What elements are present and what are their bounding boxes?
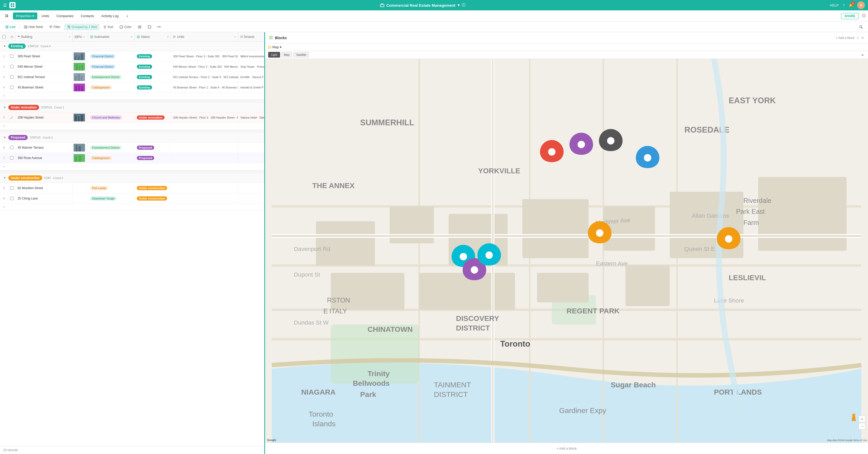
help-label[interactable]: HELP: [830, 3, 839, 7]
group-existing-toggle[interactable]: ▼: [3, 45, 6, 48]
row-check-2[interactable]: [8, 61, 16, 72]
group-renovation-toggle[interactable]: ▼: [3, 106, 6, 109]
table-row[interactable]: 3 921 Iceboat Terrace Entertainment Dist…: [0, 72, 264, 82]
svg-rect-31: [75, 55, 76, 56]
row-checkbox-6[interactable]: [10, 146, 13, 149]
table-row[interactable]: 1 300 Pearl Street Financial District Ex…: [0, 51, 264, 61]
search-btn[interactable]: [857, 24, 865, 30]
color-btn[interactable]: Color: [117, 24, 134, 30]
more-btn[interactable]: •••: [155, 24, 163, 30]
add-row-renovation[interactable]: +: [0, 123, 264, 130]
table-row[interactable]: 7 350 Rose Avenue Cabbagetown Proposed: [0, 153, 264, 163]
header-pic[interactable]: Pic ▾: [72, 32, 88, 41]
list-view-btn[interactable]: List: [3, 24, 18, 30]
hide-fields-btn[interactable]: Hide fields: [22, 24, 45, 30]
row-check-1[interactable]: [8, 51, 16, 61]
add-row-existing[interactable]: +: [0, 93, 264, 100]
table-row[interactable]: 4 45 Bowman Street Cabbagetown Existing …: [0, 82, 264, 93]
row-check-7[interactable]: [8, 153, 16, 163]
add-block-footer-btn[interactable]: + Add a block: [265, 443, 868, 454]
row-checkbox-3[interactable]: [10, 75, 13, 79]
row-building-9[interactable]: 25 Ching Lane: [16, 193, 72, 203]
row-height-btn[interactable]: [136, 24, 144, 30]
expand-blocks-btn[interactable]: ⤢: [857, 36, 859, 40]
table-row[interactable]: 8 82 Munition Street Port Lands Under co…: [0, 183, 264, 193]
row-building-1[interactable]: 300 Pearl Street: [16, 51, 72, 61]
map-pin-5[interactable]: [588, 221, 612, 243]
row-building-2[interactable]: 540 Mercer Street: [16, 61, 72, 72]
header-submarket[interactable]: Submarket ▾: [88, 32, 135, 41]
map-pin-1[interactable]: [540, 140, 563, 162]
row-check-6[interactable]: [8, 142, 16, 152]
map-view-satellite[interactable]: Satellite: [293, 52, 309, 58]
map-pin-9[interactable]: [717, 227, 741, 249]
group-proposed-toggle[interactable]: ▼: [3, 136, 6, 139]
row-building-3[interactable]: 921 Iceboat Terrace: [16, 72, 72, 82]
row-building-8[interactable]: 82 Munition Street: [16, 183, 72, 193]
nav-companies[interactable]: Companies: [53, 12, 77, 20]
row-checkbox-4[interactable]: [10, 86, 13, 89]
row-checkbox-7[interactable]: [10, 156, 13, 160]
notifications[interactable]: 🔔 11: [849, 3, 853, 7]
app-title-arrow[interactable]: ▾: [458, 3, 460, 7]
map-view-light[interactable]: Light: [268, 52, 280, 58]
info-icon[interactable]: ⓘ: [462, 3, 465, 7]
nav-toggle[interactable]: [2, 13, 12, 20]
map-view-map[interactable]: Map: [281, 52, 292, 58]
map-area[interactable]: EAST YORK SUMMERHILL ROSEDALE THE ANNEX …: [265, 59, 868, 443]
group-btn[interactable]: Grouped by 1 field: [64, 24, 99, 30]
map-collapse-btn[interactable]: ◀: [860, 52, 865, 57]
share-button[interactable]: SHARE: [841, 13, 859, 19]
row-building-5[interactable]: 208 Hayden Street: [16, 112, 72, 122]
table-footer: 10 records: [0, 446, 264, 454]
row-checkbox-1[interactable]: [10, 55, 13, 58]
group-construction-toggle[interactable]: ▼: [3, 176, 6, 180]
table-row[interactable]: 2 540 Mercer Street Financial District E…: [0, 61, 264, 72]
zoom-in-btn[interactable]: +: [859, 416, 865, 422]
row-check-4[interactable]: [8, 82, 16, 92]
nav-units[interactable]: Units: [38, 12, 52, 20]
header-checkbox[interactable]: [0, 32, 8, 41]
row-building-6[interactable]: 45 Mariner Terrace: [16, 142, 72, 152]
history-icon[interactable]: [862, 13, 866, 19]
row-checkbox-9[interactable]: [10, 197, 13, 200]
nav-activity-log[interactable]: Activity Log: [98, 12, 122, 20]
row-checkbox-2[interactable]: [10, 65, 13, 68]
map-pin-3[interactable]: [599, 129, 623, 151]
header-units[interactable]: Units ▾: [171, 32, 238, 41]
close-blocks-btn[interactable]: ✕: [861, 36, 864, 40]
add-block-header-btn[interactable]: + Add a block: [836, 36, 855, 40]
table-row[interactable]: 5 208 Hayden Street Church and Wellesley…: [0, 112, 264, 123]
map-type-dropdown[interactable]: Map ▾: [268, 45, 282, 49]
map-pin-2[interactable]: [569, 133, 593, 154]
row-building-7[interactable]: 350 Rose Avenue: [16, 153, 72, 163]
table-row[interactable]: 9 25 Ching Lane Downtown Yonge Under con…: [0, 193, 264, 204]
nav-contacts[interactable]: Contacts: [78, 12, 97, 20]
row-building-4[interactable]: 45 Bowman Street: [16, 82, 72, 92]
row-check-3[interactable]: [8, 72, 16, 82]
select-all-checkbox[interactable]: [2, 35, 6, 38]
header-status[interactable]: Status ▾: [135, 32, 171, 41]
map-pin-4[interactable]: [636, 146, 659, 168]
row-tenants-2: Snip Tease Press: [238, 61, 264, 72]
nav-properties[interactable]: Properties ▾: [13, 12, 37, 20]
street-view-icon[interactable]: [851, 414, 856, 422]
nav-add[interactable]: ＋: [123, 12, 132, 20]
zoom-out-btn[interactable]: −: [859, 423, 865, 430]
add-row-proposed[interactable]: +: [0, 163, 264, 170]
row-check-8[interactable]: [8, 183, 16, 193]
hamburger-menu[interactable]: ☰: [3, 3, 7, 8]
header-building[interactable]: Building ▾: [16, 32, 72, 41]
table-row[interactable]: 6 45 Mariner Terrace Entertainment Distr…: [0, 142, 264, 153]
filter-btn[interactable]: Filter: [47, 24, 62, 30]
row-check-9[interactable]: [8, 193, 16, 203]
user-avatar[interactable]: U: [857, 1, 865, 9]
expand-btn[interactable]: [146, 24, 153, 30]
map-pin-8[interactable]: [477, 243, 501, 265]
question-icon[interactable]: ?: [843, 3, 845, 7]
sort-btn[interactable]: Sort: [101, 24, 115, 30]
header-tenants[interactable]: Tenants: [238, 32, 264, 41]
row-check-5[interactable]: [8, 112, 16, 122]
row-checkbox-8[interactable]: [10, 186, 13, 190]
add-row-construction[interactable]: +: [0, 204, 264, 211]
